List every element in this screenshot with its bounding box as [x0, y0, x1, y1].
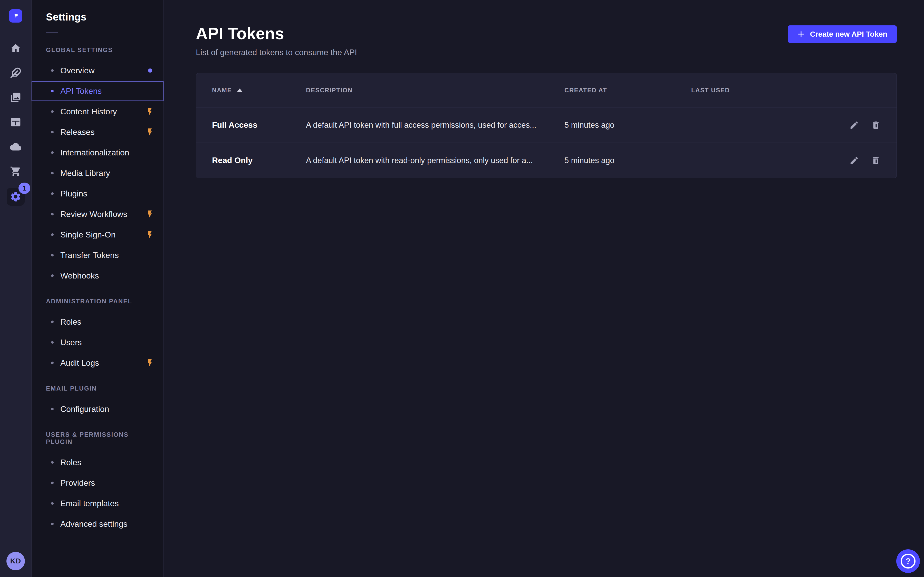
- section-label-email-plugin: EMAIL PLUGIN: [46, 385, 154, 392]
- nav-content-type-builder[interactable]: [10, 67, 21, 79]
- bullet-icon: [51, 151, 53, 154]
- bullet-icon: [51, 90, 53, 92]
- lightning-bolt-icon: [145, 230, 154, 239]
- home-icon: [10, 43, 21, 54]
- row-actions: [816, 120, 880, 130]
- sidebar-item-providers[interactable]: Providers: [32, 472, 163, 493]
- bullet-icon: [51, 254, 53, 256]
- create-button-label: Create new API Token: [810, 30, 887, 39]
- bullet-icon: [51, 69, 53, 72]
- sidebar-item-roles-up[interactable]: Roles: [32, 452, 163, 472]
- section-label-users-permissions-plugin: USERS & PERMISSIONS PLUGIN: [46, 431, 154, 445]
- sidebar-item-email-templates[interactable]: Email templates: [32, 493, 163, 514]
- lightning-bolt-icon: [145, 128, 154, 137]
- trash-icon: [871, 120, 880, 130]
- sidebar-item-plugins[interactable]: Plugins: [32, 183, 163, 204]
- main-nav-rail: 1 KD: [0, 0, 32, 577]
- help-button[interactable]: ?: [896, 549, 920, 573]
- row-actions: [816, 156, 880, 165]
- plus-icon: [797, 30, 805, 38]
- token-created-at: 5 minutes ago: [564, 121, 691, 130]
- bullet-icon: [51, 274, 53, 277]
- page-title-block: API Tokens List of generated tokens to c…: [196, 25, 357, 57]
- gear-icon: [10, 191, 21, 203]
- table-row-read-only[interactable]: Read Only A default API token with read-…: [196, 143, 897, 178]
- edit-token-button[interactable]: [849, 156, 859, 165]
- strapi-logo-icon: [11, 11, 20, 20]
- token-description: A default API token with read-only permi…: [306, 156, 564, 165]
- section-label-administration-panel: ADMINISTRATION PANEL: [46, 298, 154, 305]
- lightning-bolt-icon: [145, 210, 154, 219]
- pencil-icon: [849, 120, 859, 130]
- bullet-icon: [51, 321, 53, 323]
- section-label-global-settings: GLOBAL SETTINGS: [46, 47, 154, 53]
- nav-settings-active[interactable]: 1: [6, 188, 25, 206]
- page-subtitle: List of generated tokens to consume the …: [196, 48, 357, 57]
- settings-sidebar: Settings GLOBAL SETTINGS Overview API To…: [32, 0, 164, 577]
- sidebar-item-transfer-tokens[interactable]: Transfer Tokens: [32, 245, 163, 266]
- sidebar-item-releases[interactable]: Releases: [32, 122, 163, 142]
- trash-icon: [871, 156, 880, 165]
- sidebar-item-configuration[interactable]: Configuration: [32, 399, 163, 419]
- layout-icon: [10, 116, 21, 128]
- cart-icon: [10, 166, 21, 177]
- bullet-icon: [51, 362, 53, 364]
- cloud-icon: [10, 141, 21, 152]
- main-content: API Tokens List of generated tokens to c…: [164, 0, 924, 577]
- lightning-bolt-icon: [145, 358, 154, 367]
- edit-token-button[interactable]: [849, 120, 859, 130]
- delete-token-button[interactable]: [871, 156, 880, 165]
- column-header-last-used: LAST USED: [691, 87, 816, 94]
- question-mark-icon: ?: [901, 554, 916, 569]
- bullet-icon: [51, 482, 53, 484]
- sidebar-item-audit-logs[interactable]: Audit Logs: [32, 353, 163, 373]
- sidebar-item-media-library[interactable]: Media Library: [32, 163, 163, 183]
- lightning-bolt-icon: [145, 107, 154, 116]
- column-header-created-at: CREATED AT: [564, 87, 691, 94]
- rail-icon-list: 1: [0, 32, 31, 206]
- user-avatar[interactable]: KD: [6, 552, 25, 571]
- sidebar-item-internationalization[interactable]: Internationalization: [32, 142, 163, 163]
- sidebar-item-api-tokens[interactable]: API Tokens: [32, 81, 163, 101]
- nav-media-library[interactable]: [10, 92, 21, 103]
- page-header: API Tokens List of generated tokens to c…: [196, 25, 897, 57]
- token-description: A default API token with full access per…: [306, 121, 564, 130]
- sidebar-item-content-history[interactable]: Content History: [32, 101, 163, 122]
- bullet-icon: [51, 523, 53, 525]
- page-title: API Tokens: [196, 25, 357, 43]
- strapi-admin-app: 1 KD Settings GLOBAL SETTINGS Overview A…: [0, 0, 924, 577]
- rail-divider: [0, 545, 31, 545]
- sidebar-item-advanced-settings[interactable]: Advanced settings: [32, 514, 163, 534]
- table-row-full-access[interactable]: Full Access A default API token with ful…: [196, 107, 897, 143]
- sidebar-item-review-workflows[interactable]: Review Workflows: [32, 204, 163, 224]
- strapi-logo[interactable]: [9, 9, 22, 23]
- create-api-token-button[interactable]: Create new API Token: [788, 26, 897, 43]
- sidebar-item-users[interactable]: Users: [32, 332, 163, 353]
- token-name: Read Only: [212, 156, 306, 165]
- bullet-icon: [51, 502, 53, 504]
- nav-deploy[interactable]: [10, 141, 21, 152]
- delete-token-button[interactable]: [871, 120, 880, 130]
- bullet-icon: [51, 172, 53, 174]
- column-header-name[interactable]: NAME: [212, 87, 306, 94]
- sidebar-title: Settings: [46, 12, 163, 22]
- bullet-icon: [51, 131, 53, 133]
- sidebar-item-overview[interactable]: Overview: [32, 60, 163, 81]
- bullet-icon: [51, 213, 53, 215]
- table-header-row: NAME DESCRIPTION CREATED AT LAST USED: [196, 73, 897, 107]
- token-name: Full Access: [212, 120, 306, 130]
- bullet-icon: [51, 461, 53, 464]
- bullet-icon: [51, 234, 53, 236]
- title-divider: [46, 32, 58, 33]
- token-created-at: 5 minutes ago: [564, 156, 691, 165]
- notification-dot-icon: [148, 68, 152, 73]
- sidebar-item-roles-admin[interactable]: Roles: [32, 311, 163, 332]
- column-header-description: DESCRIPTION: [306, 87, 564, 94]
- nav-marketplace[interactable]: [10, 166, 21, 177]
- sidebar-item-single-sign-on[interactable]: Single Sign-On: [32, 224, 163, 245]
- nav-layouts[interactable]: [10, 116, 21, 128]
- nav-home[interactable]: [10, 43, 21, 54]
- bullet-icon: [51, 408, 53, 410]
- sidebar-item-webhooks[interactable]: Webhooks: [32, 266, 163, 286]
- media-library-icon: [10, 92, 21, 103]
